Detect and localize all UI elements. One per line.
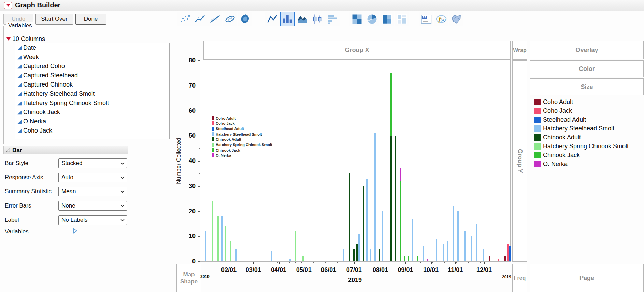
- points-icon[interactable]: [177, 12, 192, 26]
- x-axis-tick-label[interactable]: 06/01: [321, 266, 336, 274]
- line-of-fit-icon[interactable]: [207, 12, 222, 26]
- column-item-captured-coho[interactable]: Captured Coho: [15, 62, 169, 71]
- error-bars-select[interactable]: None: [58, 201, 127, 211]
- bar[interactable]: [509, 246, 511, 261]
- smoother-icon[interactable]: [192, 12, 207, 26]
- bar[interactable]: [353, 249, 355, 261]
- bar[interactable]: [343, 249, 344, 261]
- done-button[interactable]: Done: [75, 14, 106, 25]
- y-axis-tick-label[interactable]: 50: [189, 132, 196, 139]
- column-item-hatchery-spring-chinook-smolt[interactable]: Hatchery Spring Chinook Smolt: [15, 98, 169, 108]
- start-over-button[interactable]: Start Over: [35, 14, 73, 25]
- column-item-captured-steelhead[interactable]: Captured Steelhead: [15, 71, 169, 80]
- x-axis-tick-label[interactable]: 07/01: [346, 266, 362, 274]
- bar[interactable]: [457, 211, 459, 262]
- drop-zone-page[interactable]: Page: [530, 264, 644, 292]
- bar[interactable]: [225, 226, 226, 261]
- column-item-o-nerka[interactable]: O Nerka: [15, 117, 169, 126]
- bar[interactable]: [212, 201, 213, 261]
- legend-item-chinook_adult[interactable]: Chinook Adult: [534, 133, 629, 142]
- x-axis-tick-label[interactable]: 12/01: [476, 266, 492, 274]
- formula-icon[interactable]: f(x): [434, 12, 448, 26]
- bar-icon[interactable]: [280, 12, 295, 26]
- bar-panel-header[interactable]: Bar: [3, 146, 128, 154]
- y-axis[interactable]: 01020304050607080: [171, 60, 200, 262]
- drop-zone-group-y[interactable]: Group Y: [512, 60, 527, 262]
- response-axis-select[interactable]: Auto: [58, 173, 127, 182]
- bar[interactable]: [221, 216, 223, 261]
- bar[interactable]: [370, 249, 371, 261]
- bar[interactable]: [427, 259, 428, 261]
- column-item-hatchery-steelhead-smolt[interactable]: Hatchery Steelhead Smolt: [15, 89, 169, 98]
- bar[interactable]: [443, 244, 444, 261]
- drop-zone-map-shape[interactable]: Map Shape: [176, 264, 201, 292]
- bar[interactable]: [436, 239, 437, 261]
- drop-zone-overlay[interactable]: Overlay: [530, 41, 644, 59]
- caption-box-icon[interactable]: [419, 12, 433, 26]
- plot-area[interactable]: Coho AdultCoho JackSteelhead AdultHatche…: [200, 60, 511, 262]
- mosaic-icon[interactable]: [395, 12, 409, 26]
- label-select[interactable]: No Labels: [58, 215, 127, 225]
- bar[interactable]: [295, 231, 296, 262]
- contour-icon[interactable]: [238, 12, 252, 26]
- column-item-week[interactable]: Week: [15, 52, 169, 62]
- legend-item-hscs[interactable]: Hatchery Spring Chinook Smolt: [534, 142, 629, 151]
- bar[interactable]: [464, 231, 466, 262]
- legend-item-hss[interactable]: Hatchery Steelhead Smolt: [534, 124, 629, 133]
- bar[interactable]: [271, 251, 272, 262]
- bar[interactable]: [395, 136, 396, 261]
- columns-header[interactable]: 10 Columns: [6, 35, 45, 43]
- line-icon[interactable]: [265, 12, 280, 26]
- summary-statistic-select[interactable]: Mean: [58, 187, 127, 196]
- bar[interactable]: [289, 259, 291, 261]
- bar[interactable]: [423, 246, 424, 261]
- bar[interactable]: [217, 216, 219, 261]
- bar[interactable]: [366, 179, 368, 261]
- legend-item-coho_jack[interactable]: Coho Jack: [534, 106, 629, 115]
- x-axis-tick-label[interactable]: 10/01: [423, 266, 439, 274]
- bar[interactable]: [390, 73, 392, 261]
- plot-legend[interactable]: Coho AdultCoho JackSteelhead AdultHatche…: [212, 116, 272, 159]
- bar[interactable]: [412, 219, 413, 261]
- column-item-chinook-jack[interactable]: Chinook Jack: [15, 108, 169, 117]
- legend-item-o_nerka[interactable]: O. Nerka: [534, 159, 629, 168]
- bar[interactable]: [447, 241, 448, 261]
- drop-zone-freq[interactable]: Freq: [512, 264, 527, 292]
- drop-zone-color[interactable]: Color: [530, 60, 644, 77]
- bar[interactable]: [471, 236, 472, 261]
- bar-style-select[interactable]: Stacked: [58, 158, 127, 168]
- x-axis-tick-label[interactable]: 11/01: [448, 266, 463, 274]
- heatmap-icon[interactable]: [349, 12, 364, 26]
- bar[interactable]: [235, 249, 237, 261]
- ellipse-icon[interactable]: [223, 12, 237, 26]
- bar[interactable]: [504, 256, 506, 261]
- y-axis-tick-label[interactable]: 0: [192, 258, 196, 265]
- column-item-coho-jack[interactable]: Coho Jack: [15, 126, 169, 135]
- x-axis-tick-label[interactable]: 04/01: [271, 266, 286, 274]
- x-axis-tick-label[interactable]: 02/01: [221, 266, 237, 274]
- y-axis-tick-label[interactable]: 80: [189, 57, 196, 64]
- box-plot-icon[interactable]: [310, 12, 325, 26]
- bar[interactable]: [400, 168, 401, 261]
- y-axis-tick-label[interactable]: 10: [189, 233, 196, 240]
- y-axis-tick-label[interactable]: 60: [189, 107, 196, 114]
- drop-zone-size[interactable]: Size: [530, 78, 644, 95]
- bar[interactable]: [205, 231, 206, 262]
- y-axis-tick-label[interactable]: 30: [189, 182, 196, 189]
- legend-item-steelhead_adult[interactable]: Steelhead Adult: [534, 115, 629, 124]
- bar[interactable]: [483, 249, 484, 261]
- expand-right-icon[interactable]: [73, 228, 77, 234]
- bar[interactable]: [379, 249, 380, 261]
- bar[interactable]: [358, 234, 360, 261]
- bar[interactable]: [230, 241, 231, 261]
- bar[interactable]: [404, 256, 405, 261]
- drop-zone-wrap[interactable]: Wrap: [512, 41, 527, 60]
- y-axis-tick-label[interactable]: 20: [189, 208, 196, 215]
- legend-item-chinook_jack[interactable]: Chinook Jack: [534, 151, 629, 159]
- bar[interactable]: [498, 259, 499, 261]
- bar[interactable]: [507, 244, 509, 261]
- bar[interactable]: [363, 186, 364, 261]
- bar[interactable]: [382, 211, 383, 262]
- area-icon[interactable]: [295, 12, 310, 26]
- map-shapes-icon[interactable]: [449, 12, 463, 26]
